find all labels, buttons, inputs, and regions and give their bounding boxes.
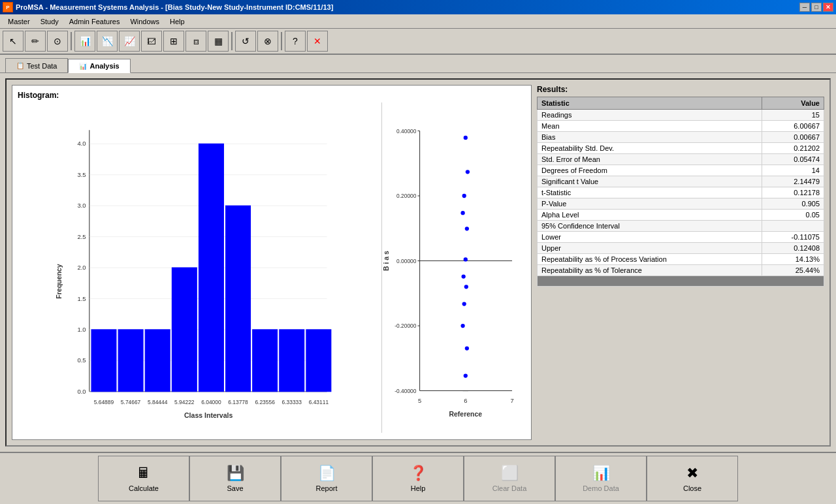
tab-test-data[interactable]: 📋 Test Data	[5, 58, 68, 72]
svg-text:3.5: 3.5	[77, 171, 86, 178]
report-label: Report	[315, 484, 337, 492]
save-button[interactable]: 💾 Save	[189, 456, 281, 501]
toolbar-grid[interactable]: ⊞	[163, 31, 184, 52]
svg-text:Reference: Reference	[449, 411, 482, 418]
toolbar-line-chart[interactable]: 📉	[97, 31, 118, 52]
charts-area: Histogram: Frequency 0.0	[12, 85, 532, 440]
table-row: Repeatability as % of Tolerance25.44%	[538, 265, 824, 276]
main-content: Histogram: Frequency 0.0	[0, 73, 836, 452]
toolbar-circle[interactable]: ⊙	[47, 31, 68, 52]
restore-button[interactable]: □	[811, 3, 822, 12]
svg-rect-22	[118, 330, 143, 392]
close-icon: ✖	[686, 465, 698, 482]
toolbar-pointer[interactable]: ↖	[3, 31, 24, 52]
close-button[interactable]: ✖ Close	[647, 456, 738, 501]
value-cell: 0.12178	[762, 187, 824, 198]
svg-text:2.0: 2.0	[77, 264, 86, 271]
bottom-toolbar: 🖩 Calculate 💾 Save 📄 Report ❓ Help ⬜ Cle…	[0, 452, 836, 504]
statistic-cell: Upper	[538, 243, 762, 254]
svg-text:0.00000: 0.00000	[396, 258, 417, 264]
help-label: Help	[411, 484, 426, 492]
close-button[interactable]: ✕	[823, 3, 833, 12]
menu-admin-features[interactable]: Admin Features	[64, 16, 125, 27]
report-button[interactable]: 📄 Report	[281, 456, 372, 501]
toolbar-chart-4[interactable]: 🗠	[141, 31, 162, 52]
title-bar: P ProMSA - Measurement Systems Analysis …	[0, 0, 836, 14]
clear-data-label: Clear Data	[492, 484, 527, 492]
value-cell: 0.00667	[762, 132, 824, 143]
value-cell: 25.44%	[762, 265, 824, 276]
help-button[interactable]: ❓ Help	[372, 456, 464, 501]
svg-point-62	[464, 257, 468, 261]
svg-text:6.13778: 6.13778	[228, 399, 248, 405]
table-row: 95% Confidence Interval	[538, 221, 824, 232]
scatter-svg: B i a s 0.40000	[382, 102, 526, 433]
statistic-cell: Degrees of Freedom	[538, 165, 762, 176]
table-row: t-Statistic0.12178	[538, 187, 824, 198]
value-cell: 0.905	[762, 198, 824, 210]
calculate-button[interactable]: 🖩 Calculate	[98, 456, 189, 501]
test-data-icon: 📋	[16, 62, 24, 69]
tab-analysis[interactable]: 📊 Analysis	[68, 59, 130, 73]
svg-text:5.84444: 5.84444	[148, 399, 168, 405]
toolbar-chart-6[interactable]: ▦	[208, 31, 229, 52]
minimize-button[interactable]: ─	[799, 3, 810, 12]
menu-study[interactable]: Study	[35, 16, 64, 27]
histogram-title: Histogram:	[18, 91, 526, 100]
save-icon: 💾	[227, 465, 244, 482]
statistic-cell: Bias	[538, 132, 762, 143]
svg-text:5.74667: 5.74667	[121, 399, 141, 405]
toolbar-bar-chart[interactable]: 📊	[74, 31, 95, 52]
svg-point-61	[465, 227, 469, 230]
svg-rect-21	[91, 330, 116, 392]
svg-point-67	[465, 346, 469, 350]
table-footer-row	[538, 276, 824, 287]
demo-data-label: Demo Data	[583, 484, 619, 492]
toolbar-stop[interactable]: ⊗	[257, 31, 278, 52]
toolbar-chart-3[interactable]: 📈	[119, 31, 140, 52]
svg-text:6.23556: 6.23556	[255, 399, 275, 405]
statistic-cell: Repeatability as % of Process Variation	[538, 254, 762, 265]
statistic-cell: t-Statistic	[538, 187, 762, 198]
scatter-chart: B i a s 0.40000	[382, 102, 526, 433]
svg-point-58	[466, 170, 470, 174]
menu-help[interactable]: Help	[165, 16, 190, 27]
table-row: Significant t Value2.14479	[538, 176, 824, 187]
svg-rect-25	[199, 144, 223, 392]
svg-text:5.64889: 5.64889	[94, 399, 114, 405]
statistic-cell: Std. Error of Mean	[538, 154, 762, 165]
svg-text:Class Intervals: Class Intervals	[184, 411, 233, 419]
svg-point-59	[462, 194, 466, 198]
toolbar-help[interactable]: ?	[285, 31, 306, 52]
menu-master[interactable]: Master	[3, 16, 35, 27]
toolbar-chart-5[interactable]: ⧈	[185, 31, 206, 52]
window-title: ProMSA - Measurement Systems Analysis - …	[16, 3, 333, 11]
col-statistic: Statistic	[538, 97, 762, 110]
svg-text:-0.20000: -0.20000	[394, 323, 416, 329]
svg-rect-27	[253, 330, 278, 392]
toolbar-refresh[interactable]: ↺	[235, 31, 256, 52]
results-table: Statistic Value Readings15Mean6.00667Bia…	[537, 97, 824, 287]
svg-text:0.40000: 0.40000	[396, 128, 417, 134]
statistic-cell: Alpha Level	[538, 210, 762, 221]
table-row: Readings15	[538, 110, 824, 121]
table-row: Mean6.00667	[538, 121, 824, 132]
menu-windows[interactable]: Windows	[125, 16, 165, 27]
statistic-cell: Significant t Value	[538, 176, 762, 187]
calculate-label: Calculate	[129, 484, 159, 492]
app-icon: P	[3, 2, 13, 12]
statistic-cell: Lower	[538, 232, 762, 243]
toolbar-pencil[interactable]: ✏	[25, 31, 46, 52]
value-cell: 0.05	[762, 210, 824, 221]
toolbar-close[interactable]: ✕	[307, 31, 328, 52]
svg-point-66	[460, 324, 464, 328]
value-cell: 6.00667	[762, 121, 824, 132]
svg-text:4.0: 4.0	[77, 140, 86, 147]
svg-text:2.5: 2.5	[77, 233, 86, 240]
value-cell: 0.21202	[762, 143, 824, 154]
value-cell: -0.11075	[762, 232, 824, 243]
statistic-cell: P-Value	[538, 198, 762, 210]
svg-text:0.0: 0.0	[77, 388, 86, 395]
statistic-cell: Repeatability Std. Dev.	[538, 143, 762, 154]
table-row: Degrees of Freedom14	[538, 165, 824, 176]
